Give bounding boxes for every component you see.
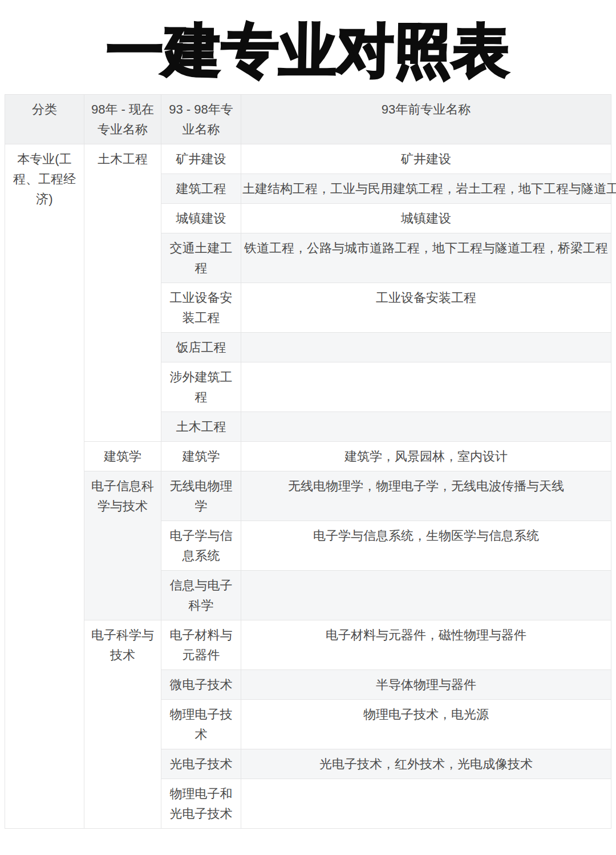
- majors-comparison-table: 分类 98年 - 现在专业名称 93 - 98年专业名称 93年前专业名称 本专…: [5, 94, 611, 829]
- cell-category: 本专业(工程、工程经济): [5, 144, 84, 829]
- cell-major-93-98: 涉外建筑工程: [161, 362, 241, 412]
- cell-major-pre-93: 半导体物理与器件: [241, 670, 611, 700]
- col-header-major-98-now: 98年 - 现在专业名称: [84, 95, 161, 144]
- cell-major-93-98: 物理电子和光电子技术: [161, 779, 241, 829]
- cell-major-pre-93: [241, 571, 611, 620]
- col-header-major-93-98: 93 - 98年专业名称: [161, 95, 241, 144]
- cell-major-93-98: 无线电物理学: [161, 471, 241, 521]
- cell-major-93-98: 矿井建设: [161, 144, 241, 174]
- cell-major-pre-93: 土建结构工程，工业与民用建筑工程，岩土工程，地下工程与隧道工程: [241, 174, 611, 204]
- cell-major-93-98: 建筑工程: [161, 174, 241, 204]
- cell-major-pre-93: 物理电子技术，电光源: [241, 700, 611, 749]
- cell-major-pre-93: [241, 412, 611, 442]
- cell-major-pre-93: 光电子技术，红外技术，光电成像技术: [241, 749, 611, 779]
- cell-major-pre-93: 电子学与信息系统，生物医学与信息系统: [241, 521, 611, 571]
- cell-major-pre-93: 城镇建设: [241, 204, 611, 233]
- cell-major-pre-93: 工业设备安装工程: [241, 283, 611, 333]
- table-row: 电子科学与技术电子材料与元器件电子材料与元器件，磁性物理与器件: [5, 620, 611, 670]
- cell-major-93-98: 城镇建设: [161, 204, 241, 233]
- cell-major-pre-93: 铁道工程，公路与城市道路工程，地下工程与隧道工程，桥梁工程: [241, 233, 611, 283]
- cell-major-93-98: 微电子技术: [161, 670, 241, 700]
- table-row: 建筑学建筑学建筑学，风景园林，室内设计: [5, 442, 611, 471]
- col-header-category: 分类: [5, 95, 84, 144]
- cell-major-93-98: 工业设备安装工程: [161, 283, 241, 333]
- col-header-major-pre-93: 93年前专业名称: [241, 95, 611, 144]
- cell-major-93-98: 饭店工程: [161, 333, 241, 362]
- cell-major-pre-93: [241, 362, 611, 412]
- cell-major-pre-93: 电子材料与元器件，磁性物理与器件: [241, 620, 611, 670]
- cell-major-pre-93: 建筑学，风景园林，室内设计: [241, 442, 611, 471]
- cell-major-pre-93: 无线电物理学，物理电子学，无线电波传播与天线: [241, 471, 611, 521]
- cell-major-93-98: 电子材料与元器件: [161, 620, 241, 670]
- cell-major-98-now: 土木工程: [84, 144, 161, 442]
- cell-major-93-98: 电子学与信息系统: [161, 521, 241, 571]
- cell-major-93-98: 交通土建工程: [161, 233, 241, 283]
- cell-major-93-98: 土木工程: [161, 412, 241, 442]
- cell-major-98-now: 电子科学与技术: [84, 620, 161, 829]
- cell-major-98-now: 建筑学: [84, 442, 161, 471]
- cell-major-pre-93: [241, 333, 611, 362]
- cell-major-pre-93: [241, 779, 611, 829]
- cell-major-93-98: 建筑学: [161, 442, 241, 471]
- cell-major-pre-93: 矿井建设: [241, 144, 611, 174]
- header-row: 分类 98年 - 现在专业名称 93 - 98年专业名称 93年前专业名称: [5, 95, 611, 144]
- cell-major-98-now: 电子信息科学与技术: [84, 471, 161, 620]
- cell-major-93-98: 物理电子技术: [161, 700, 241, 749]
- cell-major-93-98: 信息与电子科学: [161, 571, 241, 620]
- table-row: 本专业(工程、工程经济)土木工程矿井建设矿井建设: [5, 144, 611, 174]
- cell-major-93-98: 光电子技术: [161, 749, 241, 779]
- table-row: 电子信息科学与技术无线电物理学无线电物理学，物理电子学，无线电波传播与天线: [5, 471, 611, 521]
- page-title: 一建专业对照表: [0, 15, 616, 86]
